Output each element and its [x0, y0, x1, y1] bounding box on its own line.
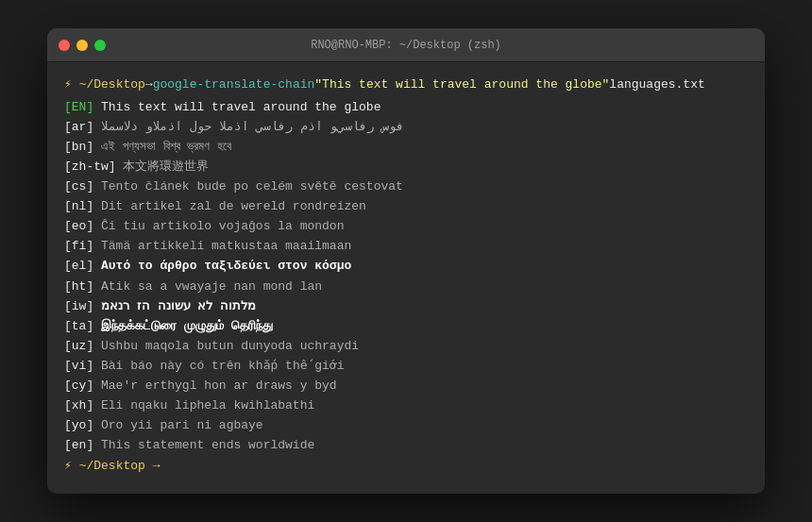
command-name: google-translate-chain	[153, 76, 315, 95]
output-line-5: [nl] Dit artikel zal de wereld rondreize…	[64, 196, 748, 216]
output-line-15: [xh] Eli nqaku liphela kwihlabathi	[64, 396, 748, 415]
command-line: ⚡ ~/Desktop → google-translate-chain "Th…	[64, 76, 748, 95]
prompt-prefix: ⚡ ~/Desktop	[64, 76, 145, 95]
output-line-0: [EN] This text will travel around the gl…	[64, 97, 748, 117]
output-line-2: [bn] এই পণ্যসভা বিশ্ব ভ্রমণ হবে	[64, 137, 748, 157]
command-file: languages.txt	[609, 76, 704, 95]
output-line-11: [ta] இந்தக்கட்டுரை முழுதும் தெரிந்து	[64, 316, 748, 336]
prompt-arrow: →	[145, 76, 153, 95]
close-button[interactable]	[59, 40, 70, 51]
maximize-button[interactable]	[94, 40, 106, 51]
output-line-6: [eo] Ĉi tiu artikolo vojaĝos la mondon	[64, 216, 748, 236]
output-line-17: [en] This statement ends worldwide	[64, 435, 748, 455]
output-line-13: [vi] Bài báo này có trên khắp thế giới	[64, 356, 748, 376]
output-line-8: [el] Αυτό το άρθρο ταξιδεύει στον κόσμο	[64, 256, 748, 276]
window-title: RNO@RNO-MBP: ~/Desktop (zsh)	[311, 39, 501, 52]
terminal-window: RNO@RNO-MBP: ~/Desktop (zsh) ⚡ ~/Desktop…	[47, 28, 765, 493]
output-line-7: [fi] Tämä artikkeli matkustaa maailmaan	[64, 236, 748, 256]
minimize-button[interactable]	[76, 40, 88, 51]
titlebar: RNO@RNO-MBP: ~/Desktop (zsh)	[47, 28, 765, 62]
output-line-9: [ht] Atik sa a vwayaje nan mond lan	[64, 277, 748, 296]
traffic-lights	[59, 40, 106, 51]
bottom-prompt: ⚡ ~/Desktop →	[64, 457, 748, 477]
bottom-prompt-text: ⚡ ~/Desktop →	[64, 457, 160, 477]
output-line-16: [yo] Oro yii pari ni agbaye	[64, 415, 748, 435]
output-line-3: [zh-tw] 本文將環遊世界	[64, 157, 748, 177]
terminal-body[interactable]: ⚡ ~/Desktop → google-translate-chain "Th…	[47, 62, 765, 493]
output-line-10: [iw] מלתוה לא עשונה הז רנאמ	[64, 296, 748, 316]
output-line-1: [ar] فوس رفاسيﻮ اذم رفاسي اذملا حول اذمل…	[64, 117, 748, 137]
output-line-12: [uz] Ushbu maqola butun dunyoda uchraydi	[64, 336, 748, 356]
command-quoted-arg: "This text will travel around the globe"	[314, 76, 609, 95]
output-line-4: [cs] Tento článek bude po celém světě ce…	[64, 177, 748, 196]
output-line-14: [cy] Mae'r erthygl hon ar draws y byd	[64, 376, 748, 396]
